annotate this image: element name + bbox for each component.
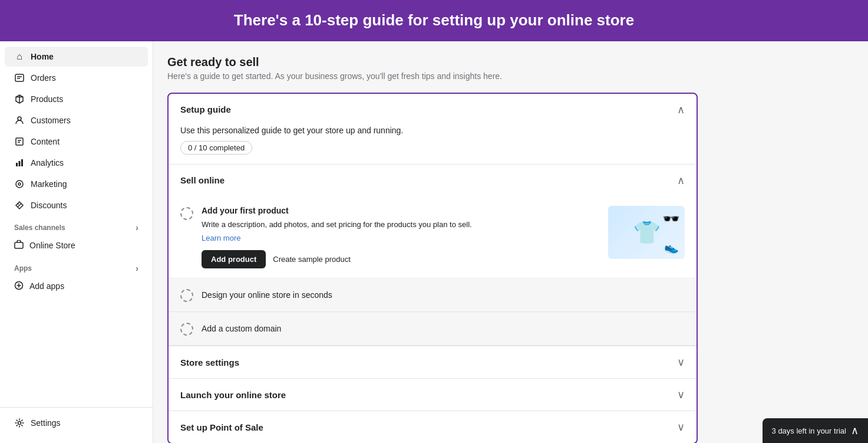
sidebar-item-analytics[interactable]: Analytics bbox=[5, 153, 148, 173]
sidebar-item-online-store[interactable]: Online Store bbox=[5, 235, 148, 256]
sidebar-item-discounts[interactable]: Discounts bbox=[5, 195, 148, 215]
home-icon: ⌂ bbox=[14, 51, 25, 62]
task-checkbox-domain bbox=[180, 323, 193, 336]
trial-text: 3 days left in your trial bbox=[772, 426, 846, 435]
svg-point-5 bbox=[18, 117, 21, 120]
orders-icon bbox=[14, 73, 25, 83]
settings-icon bbox=[14, 418, 25, 428]
banner-text: There's a 10-step guide for setting up y… bbox=[234, 11, 634, 29]
task-checkbox[interactable] bbox=[180, 207, 193, 220]
svg-rect-9 bbox=[16, 163, 18, 166]
sidebar-item-home[interactable]: ⌂ Home bbox=[5, 47, 148, 67]
main-content: Get ready to sell Here's a guide to get … bbox=[153, 41, 868, 443]
setup-pos-title: Set up Point of Sale bbox=[180, 422, 263, 432]
svg-rect-0 bbox=[15, 74, 24, 81]
shoe-icon: 👟 bbox=[664, 240, 679, 254]
store-settings-chevron: ∨ bbox=[677, 356, 685, 369]
setup-pos-header[interactable]: Set up Point of Sale ∨ bbox=[169, 411, 697, 443]
svg-point-12 bbox=[16, 181, 23, 188]
store-settings-title: Store settings bbox=[180, 357, 239, 367]
sidebar-footer: Settings bbox=[0, 407, 153, 438]
apps-expand-icon[interactable]: › bbox=[136, 264, 138, 273]
svg-point-13 bbox=[18, 183, 21, 185]
sidebar-item-settings[interactable]: Settings bbox=[5, 413, 148, 433]
store-settings-section: Store settings ∨ bbox=[169, 346, 697, 379]
sidebar-item-orders[interactable]: Orders bbox=[5, 68, 148, 88]
sales-channels-label: Sales channels bbox=[14, 224, 65, 232]
setup-card: Setup guide ∧ Use this personalized guid… bbox=[167, 93, 698, 443]
page-subtitle: Here's a guide to get started. As your b… bbox=[167, 71, 854, 81]
learn-more-link[interactable]: Learn more bbox=[202, 234, 240, 242]
sales-channels-section: Sales channels › bbox=[0, 216, 153, 235]
add-product-button[interactable]: Add product bbox=[202, 250, 266, 268]
sidebar-item-content[interactable]: Content bbox=[5, 132, 148, 152]
setup-guide-header[interactable]: Setup guide ∧ bbox=[169, 94, 697, 126]
sidebar-item-label: Products bbox=[31, 94, 63, 104]
task-custom-domain[interactable]: Add a custom domain bbox=[169, 312, 697, 346]
sidebar-item-label: Analytics bbox=[31, 158, 64, 168]
sidebar-item-label: Home bbox=[31, 52, 54, 61]
sell-online-header[interactable]: Sell online ∧ bbox=[169, 165, 697, 196]
launch-store-header[interactable]: Launch your online store ∨ bbox=[169, 379, 697, 411]
launch-online-store-section: Launch your online store ∨ bbox=[169, 379, 697, 411]
sidebar-item-label: Customers bbox=[31, 116, 71, 125]
online-store-icon bbox=[14, 240, 24, 251]
task-design-store[interactable]: Design your online store in seconds bbox=[169, 278, 697, 312]
sidebar-item-add-apps[interactable]: Add apps bbox=[5, 276, 148, 297]
settings-label: Settings bbox=[31, 418, 61, 428]
task-title: Add your first product bbox=[202, 206, 600, 215]
top-banner: There's a 10-step guide for setting up y… bbox=[0, 0, 868, 41]
setup-guide-title: Setup guide bbox=[180, 104, 231, 114]
tshirt-icon: 👕 bbox=[633, 219, 661, 245]
svg-point-14 bbox=[18, 204, 19, 205]
sidebar-item-marketing[interactable]: Marketing bbox=[5, 174, 148, 194]
setup-pos-section: Set up Point of Sale ∨ bbox=[169, 411, 697, 443]
svg-rect-16 bbox=[15, 242, 23, 248]
setup-guide-section: Setup guide ∧ Use this personalized guid… bbox=[169, 94, 697, 165]
customers-icon bbox=[14, 115, 25, 126]
add-apps-label: Add apps bbox=[29, 281, 64, 291]
sell-online-chevron: ∧ bbox=[677, 174, 685, 187]
content-icon bbox=[14, 136, 25, 147]
task-body: Add your first product Write a descripti… bbox=[202, 206, 600, 269]
sidebar-item-label: Content bbox=[31, 137, 60, 146]
sidebar-item-customers[interactable]: Customers bbox=[5, 110, 148, 130]
sidebar-item-label: Orders bbox=[31, 73, 56, 83]
apps-section: Apps › bbox=[0, 257, 153, 275]
task-domain-title: Add a custom domain bbox=[202, 324, 281, 333]
setup-guide-chevron: ∧ bbox=[677, 103, 685, 116]
analytics-icon bbox=[14, 157, 25, 168]
sidebar-item-label: Marketing bbox=[31, 179, 67, 189]
page-title: Get ready to sell bbox=[167, 55, 854, 69]
svg-rect-6 bbox=[16, 138, 23, 145]
completed-badge: 0 / 10 completed bbox=[180, 141, 252, 155]
trial-expand-button[interactable]: ∧ bbox=[851, 424, 859, 437]
sidebar: ⌂ Home Orders Products Customers Conte bbox=[0, 41, 153, 443]
svg-rect-11 bbox=[21, 159, 23, 166]
marketing-icon bbox=[14, 179, 25, 189]
launch-store-chevron: ∨ bbox=[677, 388, 685, 401]
svg-point-20 bbox=[18, 422, 21, 425]
task-add-first-product: Add your first product Write a descripti… bbox=[169, 196, 697, 279]
task-actions: Add product Create sample product bbox=[202, 250, 600, 268]
create-sample-button[interactable]: Create sample product bbox=[273, 250, 351, 268]
task-checkbox-design bbox=[180, 289, 193, 302]
add-apps-icon bbox=[14, 281, 24, 292]
sidebar-channel-label: Online Store bbox=[29, 241, 75, 250]
sunglasses-icon: 🕶️ bbox=[662, 211, 680, 227]
task-design-title: Design your online store in seconds bbox=[202, 290, 332, 300]
apps-label: Apps bbox=[14, 264, 32, 273]
products-icon bbox=[14, 94, 25, 104]
sidebar-item-products[interactable]: Products bbox=[5, 89, 148, 109]
trial-banner: 3 days left in your trial ∧ bbox=[763, 418, 868, 443]
expand-icon[interactable]: › bbox=[136, 223, 138, 232]
setup-guide-description: Use this personalized guide to get your … bbox=[180, 126, 685, 135]
launch-store-title: Launch your online store bbox=[180, 390, 286, 400]
discounts-icon bbox=[14, 200, 25, 211]
product-illustration: 👕 🕶️ 👟 bbox=[608, 206, 685, 259]
setup-pos-chevron: ∨ bbox=[677, 421, 685, 434]
svg-rect-10 bbox=[19, 161, 21, 166]
setup-guide-content: Use this personalized guide to get your … bbox=[169, 126, 697, 164]
task-desc: Write a description, add photos, and set… bbox=[202, 219, 600, 231]
store-settings-header[interactable]: Store settings ∨ bbox=[169, 346, 697, 378]
